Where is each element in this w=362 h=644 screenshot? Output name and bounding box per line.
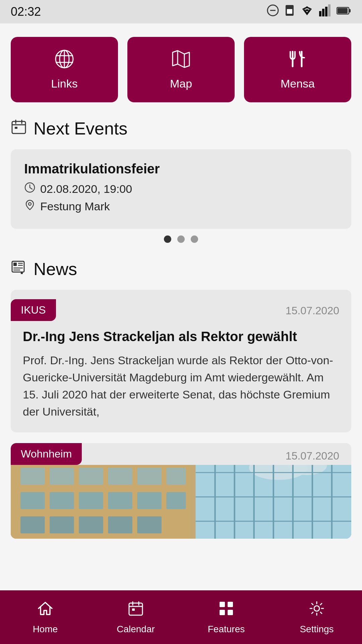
svg-rect-44 [108, 468, 132, 485]
svg-rect-76 [220, 610, 225, 615]
svg-rect-31 [13, 263, 17, 266]
quick-actions: Links Map Mens [11, 37, 351, 102]
svg-rect-4 [319, 11, 321, 16]
nav-calendar-label: Calendar [117, 624, 155, 635]
svg-rect-10 [338, 8, 348, 13]
nav-home[interactable]: Home [0, 600, 90, 635]
settings-nav-icon [308, 600, 325, 621]
bottom-nav: Home Calendar Features [0, 590, 362, 644]
dot-3[interactable] [191, 235, 198, 243]
news-card-2-header: Wohnheim 15.07.2020 [11, 443, 351, 465]
main-content: Links Map Mens [0, 23, 362, 590]
event-card[interactable]: Immatrikulationsfeier 02.08.2020, 19:00 [11, 149, 351, 229]
svg-rect-74 [220, 602, 225, 607]
news-tag-2: Wohnheim [11, 443, 82, 465]
dot-2[interactable] [177, 235, 185, 243]
news-section-icon [11, 259, 27, 279]
svg-rect-47 [20, 492, 45, 509]
svg-rect-21 [12, 121, 25, 133]
svg-rect-9 [349, 9, 351, 12]
svg-rect-6 [325, 7, 327, 16]
next-events-header: Next Events [11, 118, 351, 139]
svg-rect-57 [137, 517, 162, 534]
news-card-1-header: IKUS 15.07.2020 [11, 290, 351, 321]
pagination-dots [11, 235, 351, 243]
next-events-title: Next Events [34, 118, 127, 139]
map-icon [171, 49, 191, 72]
wifi-icon [300, 5, 314, 18]
news-date-2: 15.07.2020 [286, 443, 339, 462]
event-location-row: Festung Mark [24, 199, 338, 213]
links-label: Links [51, 77, 77, 90]
svg-rect-46 [166, 468, 186, 485]
news-card-1-body: Dr.-Ing Jens Strackeljan als Rektor gewä… [11, 321, 351, 432]
clock-icon [24, 182, 36, 196]
battery-icon [337, 6, 351, 18]
svg-rect-50 [108, 492, 132, 509]
event-location: Festung Mark [40, 200, 110, 213]
dnd-icon [267, 4, 279, 19]
news-image-2 [11, 465, 351, 539]
sim-icon [284, 4, 295, 19]
svg-rect-53 [20, 517, 45, 534]
svg-rect-49 [79, 492, 103, 509]
event-title: Immatrikulationsfeier [24, 161, 338, 176]
svg-rect-75 [228, 602, 233, 607]
globe-icon [54, 49, 74, 72]
nav-settings[interactable]: Settings [272, 600, 362, 635]
svg-rect-7 [328, 4, 330, 16]
signal-icon [319, 4, 331, 19]
news-title: News [34, 259, 77, 279]
nav-features-label: Features [208, 624, 245, 635]
svg-rect-52 [166, 492, 186, 509]
svg-rect-3 [287, 9, 292, 14]
news-section: News IKUS 15.07.2020 Dr.-Ing Jens Strack… [11, 259, 351, 539]
news-header: News [11, 259, 351, 279]
calendar-nav-icon [127, 600, 144, 621]
svg-line-28 [30, 187, 32, 189]
calendar-section-icon [11, 119, 27, 139]
svg-rect-55 [79, 517, 103, 534]
dot-1[interactable] [164, 235, 171, 243]
svg-rect-48 [50, 492, 74, 509]
event-datetime-row: 02.08.2020, 19:00 [24, 182, 338, 196]
svg-rect-41 [20, 468, 45, 485]
nav-settings-label: Settings [300, 624, 334, 635]
map-button[interactable]: Map [127, 37, 235, 102]
location-icon [24, 199, 36, 213]
home-nav-icon [37, 600, 54, 621]
status-icons [267, 4, 351, 19]
svg-point-29 [28, 203, 31, 205]
news-tag-1: IKUS [11, 299, 56, 321]
svg-rect-42 [50, 468, 74, 485]
svg-rect-73 [132, 608, 135, 611]
svg-point-78 [314, 606, 319, 611]
links-button[interactable]: Links [11, 37, 118, 102]
nav-home-label: Home [33, 624, 58, 635]
svg-rect-51 [137, 492, 162, 509]
nav-calendar[interactable]: Calendar [90, 600, 181, 635]
mensa-button[interactable]: Mensa [244, 37, 351, 102]
svg-rect-25 [15, 127, 17, 129]
svg-rect-54 [50, 517, 74, 534]
news-excerpt-1: Prof. Dr.-Ing. Jens Strackeljan wurde al… [23, 352, 339, 420]
news-date-1: 15.07.2020 [286, 299, 339, 317]
news-card-1[interactable]: IKUS 15.07.2020 Dr.-Ing Jens Strackeljan… [11, 290, 351, 432]
mensa-label: Mensa [281, 77, 315, 90]
status-time: 02:32 [11, 5, 41, 19]
news-title-1: Dr.-Ing Jens Strackeljan als Rektor gewä… [23, 328, 339, 345]
event-datetime: 02.08.2020, 19:00 [40, 182, 132, 196]
svg-rect-56 [108, 517, 132, 534]
svg-rect-5 [322, 9, 324, 16]
svg-rect-43 [79, 468, 103, 485]
nav-features[interactable]: Features [181, 600, 272, 635]
events-container: Immatrikulationsfeier 02.08.2020, 19:00 [11, 149, 351, 229]
news-card-2[interactable]: Wohnheim 15.07.2020 [11, 443, 351, 539]
map-label: Map [170, 77, 192, 90]
svg-rect-69 [129, 603, 142, 615]
svg-rect-45 [137, 468, 162, 485]
svg-rect-77 [228, 610, 233, 615]
status-bar: 02:32 [0, 0, 362, 23]
mensa-icon [288, 49, 308, 72]
features-nav-icon [218, 600, 235, 621]
